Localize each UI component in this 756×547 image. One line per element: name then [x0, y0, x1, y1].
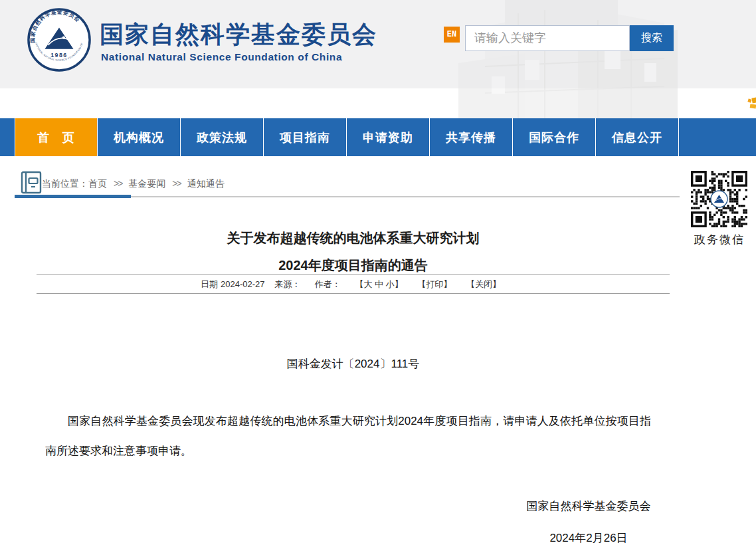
article-title: 关于发布超越传统的电池体系重大研究计划 2024年度项目指南的通告 [37, 225, 670, 279]
search-button[interactable]: 搜索 [630, 25, 674, 51]
title-divider-top [37, 274, 670, 274]
signature-block: 国家自然科学基金委员会 2024年2月26日 [476, 498, 702, 546]
breadcrumb-divider [131, 196, 680, 197]
article-meta: 日期2024-02-27 来源： 作者： 【大 中 小】 【打印】 【关闭】 [37, 278, 670, 290]
breadcrumb-separator: >> [172, 178, 180, 189]
qr-label: 政务微信 [687, 232, 752, 247]
article-title-line1: 关于发布超越传统的电池体系重大研究计划 [37, 225, 670, 252]
title-divider-bottom [37, 293, 670, 294]
breadcrumb-link-home[interactable]: 首页 [88, 178, 107, 189]
breadcrumb-separator: >> [114, 178, 122, 189]
breadcrumb-divider-accent [15, 195, 131, 198]
nsfc-logo[interactable]: 国家自然科学基金委员会 NATIONAL NATURAL SCIENCE FOU… [27, 7, 92, 72]
site-subtitle: National Natural Science Foundation of C… [101, 51, 342, 63]
nav-item-organization[interactable]: 机构概况 [98, 118, 181, 156]
signature-org: 国家自然科学基金委员会 [476, 498, 702, 514]
search-input[interactable] [465, 25, 630, 51]
close-button[interactable]: 【关闭】 [466, 279, 501, 289]
book-icon [20, 170, 43, 195]
meta-author-label: 作者： [315, 279, 341, 289]
nav-item-home[interactable]: 首 页 [15, 118, 98, 156]
article-body: 国家自然科学基金委员会现发布超越传统的电池体系重大研究计划2024年度项目指南，… [45, 406, 651, 466]
site-title: 国家自然科学基金委员会 [100, 19, 377, 51]
wechat-qr-code [691, 171, 747, 227]
page: 国家自然科学基金委员会 NATIONAL NATURAL SCIENCE FOU… [0, 0, 756, 547]
meta-source-label: 来源： [274, 279, 300, 289]
nav-item-policies[interactable]: 政策法规 [181, 118, 264, 156]
nav-item-disclosure[interactable]: 信息公开 [596, 118, 679, 156]
nav-item-international[interactable]: 国际合作 [513, 118, 596, 156]
breadcrumb-label: 当前位置： [42, 178, 88, 189]
meta-date-label: 日期 [201, 279, 218, 289]
signature-date: 2024年2月26日 [476, 530, 702, 546]
english-version-button[interactable]: EN [444, 27, 460, 43]
main-navigation: 首 页 机构概况 政策法规 项目指南 申请资助 共享传播 国际合作 信息公开 [0, 118, 756, 156]
breadcrumb: 当前位置：首页>>基金要闻>>通知通告 [42, 178, 225, 190]
breadcrumb-link-news[interactable]: 基金要闻 [128, 178, 165, 189]
nav-item-funding[interactable]: 申请资助 [347, 118, 430, 156]
nav-item-guidelines[interactable]: 项目指南 [264, 118, 347, 156]
nav-item-sharing[interactable]: 共享传播 [430, 118, 513, 156]
font-size-control[interactable]: 【大 中 小】 [355, 279, 403, 289]
article-title-line2: 2024年度项目指南的通告 [37, 252, 670, 279]
breadcrumb-link-notices[interactable]: 通知通告 [187, 178, 225, 189]
edge-decoration [747, 97, 756, 112]
meta-date-value: 2024-02-27 [221, 279, 265, 289]
document-number: 国科金发计〔2024〕111号 [37, 356, 670, 372]
header: 国家自然科学基金委员会 NATIONAL NATURAL SCIENCE FOU… [0, 0, 756, 118]
logo-year: 1986 [50, 52, 67, 58]
print-button[interactable]: 【打印】 [417, 279, 452, 289]
building-watermark-image [445, 0, 678, 118]
